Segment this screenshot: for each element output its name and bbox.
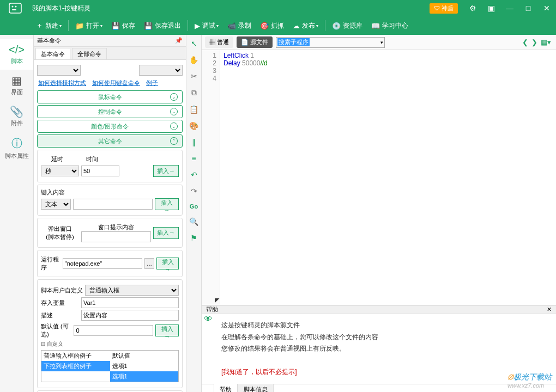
var-name[interactable] — [81, 297, 179, 308]
watermark: ⌀极光下载站 www.xz7.com — [507, 370, 552, 389]
delay-unit[interactable]: 秒 — [41, 166, 79, 176]
link-kbd[interactable]: 如何使用键盘命令 — [92, 79, 140, 86]
nav-script[interactable]: </>脚本 — [0, 39, 33, 70]
sel2[interactable] — [139, 65, 183, 76]
insert-text[interactable]: 插入→ — [155, 198, 179, 210]
vtool-palette[interactable]: 🎨 — [189, 121, 198, 130]
link-sim[interactable]: 如何选择模拟方式 — [38, 79, 86, 86]
time-input[interactable] — [81, 166, 119, 176]
app-icon — [0, 2, 30, 14]
help-tab[interactable]: 帮助 — [214, 384, 238, 392]
tab-all[interactable]: 全部命令 — [72, 48, 107, 59]
insert-delay[interactable]: 插入→ — [153, 165, 179, 177]
debug-button[interactable]: ▶调试▾ — [191, 19, 222, 33]
cat-color[interactable]: 颜色/图形命令⌄ — [37, 120, 183, 133]
vtool-redo[interactable]: ↷ — [191, 187, 197, 195]
insert-run[interactable]: 插入→ — [156, 258, 179, 270]
maximize-icon[interactable]: □ — [519, 4, 537, 13]
help-title: 帮助 — [206, 305, 218, 314]
saveexit-button[interactable]: 💾保存退出 — [141, 19, 184, 33]
vtool-go[interactable]: Go — [190, 203, 198, 210]
vtool-cursor[interactable]: ↖ — [191, 39, 197, 48]
vtool-paste[interactable]: 📋 — [189, 105, 198, 114]
save-button[interactable]: 💾保存 — [108, 19, 138, 33]
code-area[interactable]: LeftClick 1 Delay 50000//d — [220, 50, 271, 305]
eye-icon: 👁 — [202, 314, 215, 384]
gutter: 1234 — [202, 50, 220, 305]
sel1[interactable] — [37, 65, 81, 76]
close-icon[interactable]: ✕ — [537, 4, 556, 13]
prev-icon[interactable]: ❮ — [522, 38, 528, 46]
custom-list[interactable]: 普通输入框的例子默认值 下拉列表框的例子选项1 选项1 — [41, 350, 179, 382]
panel-collapse-icon[interactable]: ◤ — [215, 297, 219, 304]
vtool-comment[interactable]: ∥ — [192, 138, 196, 146]
next-icon[interactable]: ❯ — [531, 38, 537, 46]
nav-ui[interactable]: ▦界面 — [0, 70, 33, 101]
nav-props[interactable]: ⓘ脚本属性 — [0, 132, 33, 164]
vtool-undo[interactable]: ↶ — [191, 170, 197, 179]
mode-normal[interactable]: ▦ 普通 — [205, 36, 233, 48]
settings-icon[interactable]: ⚙ — [463, 4, 482, 13]
help-close-icon[interactable]: ✕ — [547, 306, 552, 313]
vtool-bookmark[interactable]: ⚑ — [190, 234, 197, 242]
run-path[interactable] — [63, 258, 142, 269]
shield-badge[interactable]: 🛡 神盾 — [430, 3, 458, 14]
scriptinfo-tab[interactable]: 脚本信息 — [238, 384, 274, 392]
userdef-type[interactable]: 普通输入框 — [85, 285, 179, 296]
svg-rect-0 — [9, 3, 21, 13]
var-default[interactable] — [74, 325, 153, 336]
vtool-find[interactable]: 🔍 — [189, 217, 198, 226]
nav-attach[interactable]: 📎附件 — [0, 101, 33, 132]
insert-var[interactable]: 插入→ — [155, 324, 179, 336]
grab-button[interactable]: 🎯抓抓 — [257, 19, 287, 33]
popup-content[interactable] — [81, 231, 151, 242]
open-button[interactable]: 📁打开▾ — [72, 19, 106, 33]
minimize-icon[interactable]: — — [500, 4, 519, 13]
input-text[interactable] — [73, 199, 153, 210]
browse-button[interactable]: … — [144, 258, 154, 269]
svg-point-2 — [15, 6, 16, 8]
svg-rect-3 — [12, 9, 16, 10]
vtool-copy[interactable]: ⧉ — [191, 88, 197, 97]
var-desc[interactable] — [81, 310, 179, 321]
dismiss-link[interactable]: [我知道了，以后不必提示] — [221, 366, 549, 378]
link-ex[interactable]: 例子 — [146, 79, 158, 86]
cat-mouse[interactable]: 鼠标命令⌄ — [37, 90, 183, 103]
panel-title: 基本命令📌 — [34, 35, 186, 47]
record-button[interactable]: 📹录制 — [224, 19, 255, 33]
restore-icon[interactable]: ▣ — [482, 4, 500, 13]
pin-icon[interactable]: 📌 — [175, 37, 183, 44]
new-button[interactable]: ＋新建▾ — [33, 19, 65, 33]
study-button[interactable]: 📖学习中心 — [368, 19, 412, 33]
layout-icon[interactable]: ▦▾ — [541, 38, 551, 46]
tab-basic[interactable]: 基本命令 — [35, 48, 70, 59]
cat-ctrl[interactable]: 控制命令⌄ — [37, 105, 183, 118]
help-body: 这是按键精灵的脚本源文件 在理解各条命令的基础上，您可以修改这个文件的内容 您修… — [215, 314, 556, 384]
window-title: 我的脚本1-按键精灵 — [30, 4, 430, 13]
vtool-uncomment[interactable]: ≡ — [191, 154, 196, 163]
input-type[interactable]: 文本 — [41, 199, 71, 210]
vtool-cut[interactable]: ✂ — [191, 72, 197, 81]
publish-button[interactable]: ☁发布▾ — [289, 19, 322, 33]
reslib-button[interactable]: 💿资源库 — [329, 19, 366, 33]
svg-point-1 — [11, 6, 13, 8]
search-combo[interactable]: 搜索子程序 ▾ — [276, 37, 385, 48]
insert-popup[interactable]: 插入→ — [153, 227, 179, 239]
cat-other[interactable]: 其它命令⌃ — [37, 134, 183, 148]
mode-source[interactable]: 📄 源文件 — [237, 36, 273, 48]
vtool-hand[interactable]: ✋ — [189, 56, 198, 64]
